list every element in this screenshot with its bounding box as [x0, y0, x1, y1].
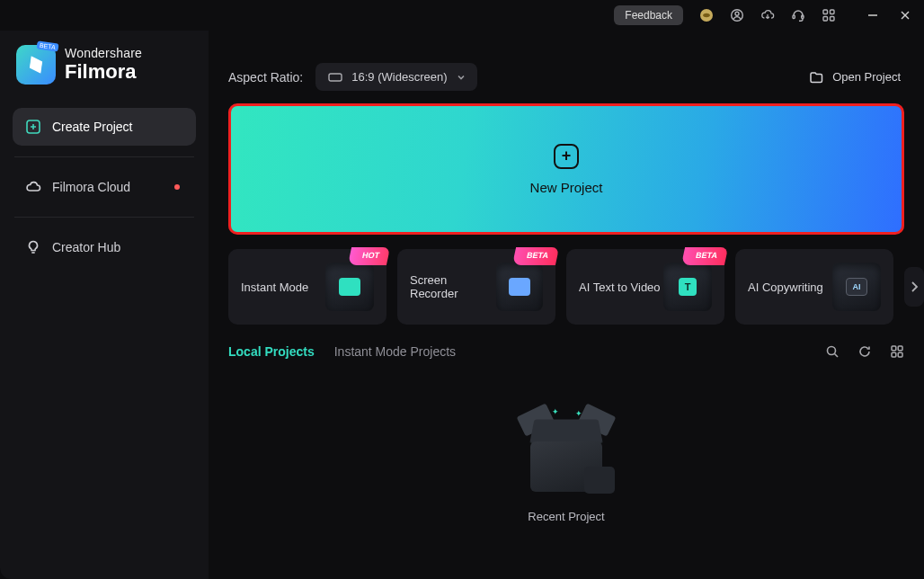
svg-rect-3: [793, 15, 795, 19]
feature-scroll-right[interactable]: [904, 267, 924, 307]
svg-rect-8: [831, 17, 835, 22]
premium-icon[interactable]: [699, 8, 714, 22]
svg-rect-20: [898, 346, 902, 351]
sidebar-item-filmora-cloud[interactable]: Filmora Cloud: [13, 168, 196, 206]
window-controls: [866, 9, 911, 22]
sidebar-item-label: Filmora Cloud: [52, 180, 130, 194]
svg-rect-7: [823, 17, 828, 22]
feature-label: Instant Mode: [241, 281, 308, 294]
feature-instant-mode[interactable]: Instant Mode HOT: [228, 249, 386, 325]
project-tabs: Local Projects Instant Mode Projects: [228, 341, 904, 362]
screen-recorder-icon: [496, 263, 543, 311]
open-project-button[interactable]: Open Project: [805, 65, 904, 90]
feature-label: AI Copywriting: [748, 281, 823, 294]
feature-cards: Instant Mode HOT Screen Recorder BETA AI…: [228, 249, 904, 325]
minimize-button[interactable]: [866, 9, 879, 22]
ai-text-to-video-icon: T: [663, 263, 712, 311]
beta-badge: BETA: [681, 247, 728, 265]
body: BETA Wondershare Filmora Create Project: [0, 31, 924, 579]
new-project-button[interactable]: + New Project: [228, 103, 904, 235]
nav-separator: [14, 217, 194, 218]
sidebar-item-label: Creator Hub: [52, 240, 120, 254]
open-project-label: Open Project: [832, 70, 901, 84]
brand-line2: Filmora: [65, 61, 142, 84]
account-icon[interactable]: [730, 8, 744, 22]
brand-logo-icon: BETA: [16, 45, 56, 85]
grid-view-icon[interactable]: [890, 344, 904, 359]
beta-badge: BETA: [512, 247, 559, 265]
top-row: Aspect Ratio: 16:9 (Widescreen) Open Pro…: [228, 63, 904, 91]
svg-rect-5: [823, 10, 828, 14]
svg-rect-6: [831, 10, 835, 14]
tab-instant-mode-projects[interactable]: Instant Mode Projects: [334, 341, 456, 362]
aspect-rect-icon: [328, 72, 342, 83]
feedback-button[interactable]: Feedback: [614, 5, 683, 25]
cloud-icon: [25, 179, 41, 195]
tabs-actions: [825, 344, 904, 359]
support-icon[interactable]: [791, 8, 805, 22]
feature-label: AI Text to Video: [579, 281, 661, 294]
folder-icon: [809, 70, 823, 85]
feature-screen-recorder[interactable]: Screen Recorder BETA: [397, 249, 555, 325]
close-button[interactable]: [899, 9, 911, 22]
titlebar-icons: [699, 8, 836, 22]
titlebar: Feedback: [0, 0, 924, 31]
plus-square-icon: [25, 119, 41, 135]
aspect-ratio-value: 16:9 (Widescreen): [351, 70, 447, 84]
instant-mode-icon: [325, 263, 374, 311]
tab-local-projects[interactable]: Local Projects: [228, 341, 315, 362]
new-project-label: New Project: [530, 180, 603, 195]
recent-projects-empty: ✦✦✦ Recent Project: [228, 370, 904, 579]
brand-line1: Wondershare: [65, 47, 142, 61]
recent-project-label: Recent Project: [528, 510, 604, 523]
cloud-download-icon[interactable]: [760, 8, 775, 22]
sidebar-item-creator-hub[interactable]: Creator Hub: [13, 228, 196, 266]
feature-ai-text-to-video[interactable]: AI Text to Video T BETA: [566, 249, 724, 325]
feature-label: Screen Recorder: [410, 273, 496, 300]
sidebar-item-create-project[interactable]: Create Project: [13, 108, 196, 146]
brand-text: Wondershare Filmora: [65, 47, 142, 83]
svg-line-18: [835, 354, 839, 358]
aspect-ratio-select[interactable]: 16:9 (Widescreen): [315, 63, 477, 91]
nav-separator: [14, 156, 194, 157]
beta-badge: BETA: [37, 40, 59, 51]
refresh-icon[interactable]: [857, 344, 872, 359]
bulb-icon: [25, 239, 41, 255]
brand: BETA Wondershare Filmora: [13, 40, 196, 104]
svg-point-2: [735, 12, 739, 15]
ai-copywriting-icon: AI: [832, 263, 881, 311]
sidebar: BETA Wondershare Filmora Create Project: [0, 31, 209, 579]
svg-rect-21: [892, 352, 896, 357]
svg-rect-16: [329, 74, 342, 81]
feature-ai-copywriting[interactable]: AI Copywriting AI: [735, 249, 893, 325]
svg-point-17: [828, 347, 836, 355]
main: Aspect Ratio: 16:9 (Widescreen) Open Pro…: [209, 31, 924, 579]
empty-box-icon: ✦✦✦: [512, 407, 620, 497]
svg-rect-19: [892, 346, 896, 351]
nav: Create Project Filmora Cloud Creator Hub: [13, 108, 196, 266]
svg-rect-22: [898, 352, 902, 357]
hot-badge: HOT: [348, 247, 390, 265]
apps-icon[interactable]: [822, 8, 836, 22]
sidebar-item-label: Create Project: [52, 120, 132, 134]
search-icon[interactable]: [825, 344, 840, 359]
plus-icon: +: [554, 144, 579, 169]
aspect-ratio-label: Aspect Ratio:: [228, 70, 303, 85]
app-window: Feedback: [0, 0, 924, 579]
notification-dot-icon: [174, 184, 180, 190]
chevron-down-icon: [456, 72, 466, 83]
